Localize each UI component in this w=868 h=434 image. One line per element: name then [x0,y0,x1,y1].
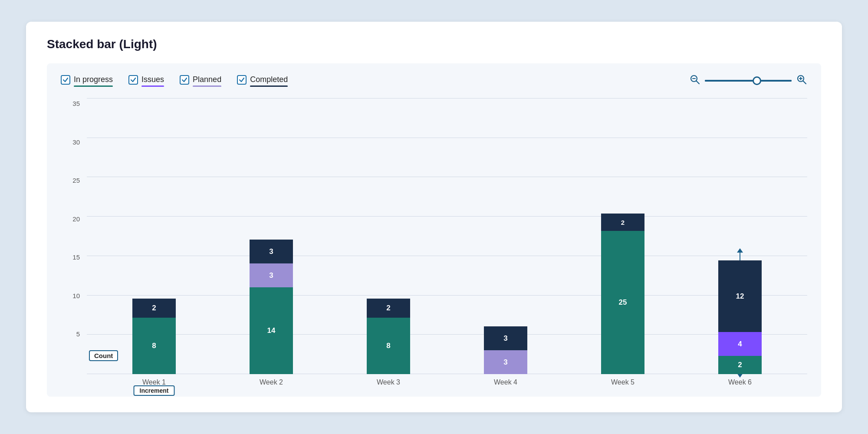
bar-segment-week4-planned: 3 [484,350,527,374]
bar-segment-week3-inprogress: 8 [367,318,410,374]
zoom-controls [689,74,807,88]
legend-checkbox-completed[interactable] [237,75,247,85]
x-labels: Week 1 Week 2 Week 3 Week 4 Week 5 Week … [87,378,807,386]
legend-underline-completed [250,85,288,87]
bar-stack-week2: 14 3 3 [250,240,293,374]
chart-inner: Count 8 2 Increment 14 3 [87,98,807,386]
y-label-25: 25 [72,177,80,184]
legend-label-completed: Completed [250,75,288,84]
chart-card: Stacked bar (Light) In progress [26,22,842,412]
bar-stack-week1: 8 2 [132,299,176,374]
grid-and-bars: Count 8 2 Increment 14 3 [87,98,807,374]
legend-item-in-progress[interactable]: In progress [61,75,113,87]
bar-group-week4: 3 3 [484,326,527,374]
bar-segment-week2-planned: 3 [250,263,293,287]
y-label-15: 15 [72,253,80,261]
bar-segment-week6-issues: 4 [718,332,762,356]
legend-underline-in-progress [74,85,113,87]
legend-checkbox-planned[interactable] [180,75,189,85]
legend-checkbox-in-progress[interactable] [61,75,70,85]
legend-underline-planned [193,85,221,87]
x-label-week2: Week 2 [250,378,293,386]
legend-item-issues[interactable]: Issues [128,75,164,87]
x-label-week5: Week 5 [601,378,644,386]
bar-segment-week4-completed: 3 [484,326,527,350]
bar-segment-week3-completed: 2 [367,299,410,318]
count-badge: Count [89,350,118,361]
bar-group-week3: 8 2 [367,299,410,374]
chart-title: Stacked bar (Light) [47,37,821,51]
legend-items: In progress Issues [61,75,689,87]
y-label-5: 5 [76,330,80,338]
y-label-35: 35 [72,100,80,107]
y-label-20: 20 [72,215,80,223]
y-label-30: 30 [72,138,80,146]
chart-container: In progress Issues [47,63,821,397]
bar-stack-week5: 25 2 [601,214,644,374]
bar-segment-week5-inprogress: 25 [601,231,644,374]
bar-group-week1: Count 8 2 Increment [132,299,176,374]
bar-group-week5: 25 2 [601,214,644,374]
zoom-out-icon[interactable] [689,74,700,88]
bars-row: Count 8 2 Increment 14 3 [87,98,807,374]
legend-item-completed[interactable]: Completed [237,75,288,87]
bar-segment-week6-inprogress: 2 [718,356,762,374]
zoom-slider[interactable] [705,80,792,82]
x-label-week4: Week 4 [484,378,527,386]
bar-stack-week4: 3 3 [484,326,527,374]
bar-segment-week5-completed: 2 [601,214,644,231]
bar-stack-week3: 8 2 [367,299,410,374]
legend-checkbox-issues[interactable] [128,75,138,85]
vert-line-arrow-top [737,248,743,253]
y-label-10: 10 [72,292,80,299]
bar-segment-week1-inprogress: 8 [132,318,176,374]
zoom-in-icon[interactable] [796,74,807,88]
legend-item-planned[interactable]: Planned [180,75,221,87]
bar-segment-week6-completed: 12 [718,260,762,332]
x-label-week6: Week 6 [718,378,762,386]
bar-group-week2: 14 3 3 [250,240,293,374]
x-label-week3: Week 3 [367,378,410,386]
bar-group-week6: 2 4 12 [718,260,762,374]
legend-label-issues: Issues [141,75,164,84]
bar-segment-week1-completed: 2 [132,299,176,318]
bar-segment-week2-completed: 3 [250,240,293,263]
legend-label-in-progress: In progress [74,75,113,84]
legend-label-planned: Planned [193,75,221,84]
increment-badge: Increment [134,385,175,396]
legend-zoom-row: In progress Issues [61,74,807,88]
bar-stack-week6: 2 4 12 [718,260,762,374]
svg-line-1 [697,81,700,84]
y-axis: 35 30 25 20 15 10 5 [61,98,87,386]
svg-line-4 [803,81,806,84]
chart-area: 35 30 25 20 15 10 5 [61,98,807,386]
bar-segment-week2-inprogress: 14 [250,287,293,374]
legend-underline-issues [141,85,164,87]
